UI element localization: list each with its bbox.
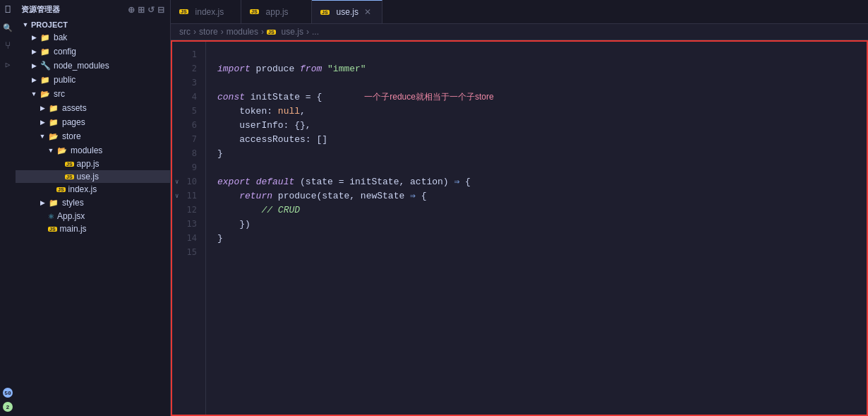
run-icon[interactable]: ▷ [1,58,14,71]
store-label: store [62,131,81,141]
new-file-icon[interactable]: ⊕ [128,5,135,15]
breadcrumb-sep: › [193,27,196,37]
refresh-icon[interactable]: ↺ [147,5,155,15]
js-tab-icon: JS [320,10,330,15]
breadcrumb-sep: › [261,27,264,37]
tab-app-js-label: app.js [266,7,289,17]
code-line-13: }) [217,217,867,231]
line-num-5: 5 [172,104,205,118]
sidebar-item-store[interactable]: 📂 store [16,129,170,143]
config-label: config [54,47,76,57]
tab-use-js-label: use.js [337,7,358,17]
styles-arrow [38,198,47,207]
sidebar-item-use-js[interactable]: JS use.js [16,170,170,183]
app-js-mod-label: app.js [77,159,100,169]
new-folder-icon[interactable]: ⊞ [138,5,145,15]
code-text: { [459,177,471,187]
code-text [217,205,261,215]
code-line-3 [217,76,867,90]
keyword-const: const [217,92,245,102]
collapse-all-icon[interactable]: ⊟ [157,5,164,15]
store-arrow [38,132,47,141]
node-modules-label: node_modules [54,61,109,71]
fold-10[interactable]: ∨ [175,178,179,185]
folder-icon: 📁 [40,32,51,43]
sidebar-item-src[interactable]: 📂 src [16,87,170,101]
code-line-12: // CRUD [217,203,867,217]
code-line-11: return produce(state, newState ⇒ { [217,189,867,203]
code-line-7: accessRoutes: [] [217,132,867,146]
code-text: accessRoutes: [] [217,134,327,145]
search-icon[interactable]: 🔍 [1,21,14,34]
line-num-12: 12 [172,203,205,217]
sidebar-item-modules[interactable]: 📂 modules [16,143,170,158]
tab-index-js[interactable]: JS index.js [171,0,241,23]
code-text [217,191,239,201]
sidebar-item-pages[interactable]: 📁 pages [16,115,170,129]
code-line-15 [217,245,867,259]
sidebar-item-styles[interactable]: 📁 styles [16,196,170,210]
sidebar-item-public[interactable]: 📁 public [16,73,170,87]
line-num-9: 9 [172,160,205,174]
js-tab-icon: JS [250,9,259,14]
pages-label: pages [62,117,85,127]
breadcrumb-sep: › [306,27,309,37]
line-num-15: 15 [172,245,205,259]
sidebar-item-config[interactable]: 📁 config [16,44,170,59]
styles-label: styles [62,198,84,208]
code-editor[interactable]: 1 2 3 4 5 6 7 8 9 ∨ 10 ∨ 11 12 13 14 15 [171,40,868,416]
string-immer: "immer" [327,64,366,74]
line-num-11: ∨ 11 [172,189,205,203]
notification-badge-2: 2 [3,402,13,412]
line-num-14: 14 [172,231,205,245]
sidebar-title-icons: ⊕ ⊞ ↺ ⊟ [128,5,164,15]
code-text: initState = { [245,92,322,102]
project-root[interactable]: PROJECT [16,19,170,30]
index-js-store-label: index.js [68,184,97,194]
modules-arrow [47,146,55,155]
line-num-3: 3 [172,76,205,90]
sidebar-title-bar: 资源管理器 ⊕ ⊞ ↺ ⊟ [16,0,170,19]
breadcrumb-js-icon: JS [267,30,276,35]
tab-use-js[interactable]: JS use.js ✕ [312,0,382,23]
line-num-6: 6 [172,118,205,132]
code-line-8: } [217,146,867,160]
code-text: } [217,148,223,159]
sidebar-item-assets[interactable]: 📁 assets [16,101,170,115]
source-control-icon[interactable]: ⑂ [1,40,14,52]
breadcrumb: src › store › modules › JS use.js › ... [171,24,868,40]
pages-arrow [38,118,47,126]
line-numbers: 1 2 3 4 5 6 7 8 9 ∨ 10 ∨ 11 12 13 14 15 [172,42,206,415]
keyword-import: import [217,64,251,74]
line-num-13: 13 [172,217,205,231]
line-num-2: 2 [172,61,205,76]
line-num-10: ∨ 10 [172,174,205,189]
bak-arrow [30,33,38,42]
folder-icon: 📁 [48,197,59,208]
sidebar-item-main-js[interactable]: JS main.js [16,222,170,235]
js-icon: JS [65,162,74,167]
sidebar-item-node-modules[interactable]: 🔧 node_modules [16,59,170,73]
breadcrumb-symbol: ... [312,27,319,37]
activity-bar: ⎕ 🔍 ⑂ ▷ 50 2 [0,0,16,416]
code-line-1 [217,47,867,61]
folder-icon: 📁 [40,46,51,57]
code-line-14: } [217,231,867,245]
sidebar-item-index-js-store[interactable]: JS index.js [16,183,170,196]
app-jsx-label: App.jsx [57,211,85,221]
tab-app-js[interactable]: JS app.js [241,0,312,23]
line-num-8: 8 [172,146,205,160]
code-text: }) [217,219,251,230]
code-text: (state = initState, action) [294,177,454,187]
code-text: { [416,191,427,201]
files-icon[interactable]: ⎕ [1,3,14,16]
sidebar-item-bak[interactable]: 📁 bak [16,30,170,44]
fold-11[interactable]: ∨ [175,192,179,199]
code-content[interactable]: import produce from "immer" const initSt… [206,42,867,415]
code-text: , [300,106,306,117]
sidebar-item-app-js-mod[interactable]: JS app.js [16,158,170,170]
sidebar-item-app-jsx[interactable]: ⚛ App.jsx [16,210,170,222]
tab-close-button[interactable]: ✕ [363,6,373,18]
keyword-from: from [300,64,322,74]
use-js-label: use.js [77,172,99,182]
